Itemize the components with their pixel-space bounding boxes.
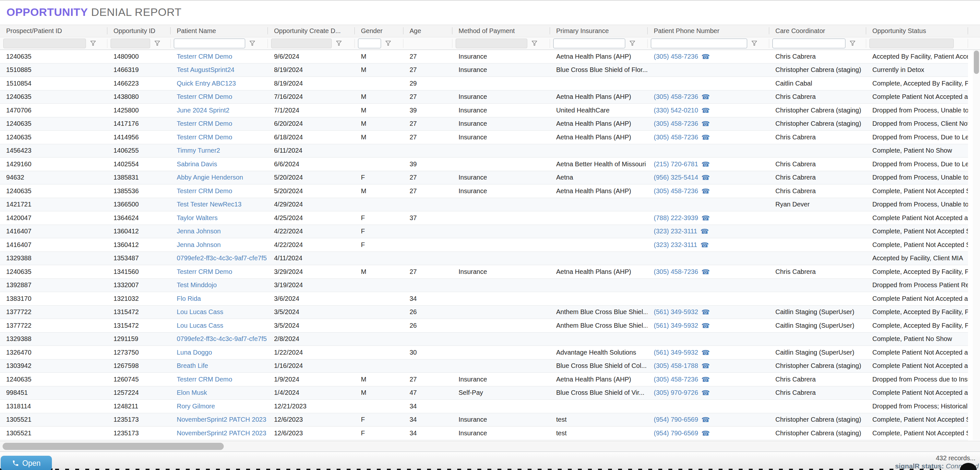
- horizontal-scrollbar[interactable]: [0, 441, 980, 452]
- patient-name-link[interactable]: Flo Rida: [177, 295, 201, 302]
- filter-menu-button-primary-insurance[interactable]: [630, 41, 635, 46]
- patient-name-link[interactable]: NovemberSprint2 PATCH 2023: [177, 429, 266, 437]
- table-row[interactable]: 14164071360412Jenna Johnson4/22/2024F(32…: [0, 225, 968, 238]
- table-row[interactable]: 12406351385536Testerr CRM Demo5/20/2024M…: [0, 184, 968, 198]
- phone-icon[interactable]: ☎: [702, 389, 710, 396]
- patient-name-link[interactable]: Testerr CRM Demo: [177, 133, 232, 141]
- patient-phone-link[interactable]: (305) 458-1788: [654, 362, 698, 370]
- patient-phone-link[interactable]: (323) 232-3111: [654, 241, 697, 249]
- patient-phone-link[interactable]: (561) 349-5932: [654, 308, 698, 316]
- table-row[interactable]: 132938813534870799efe2-ff3c-4c3c-9af7-cf…: [0, 252, 968, 265]
- table-row[interactable]: 9984511257224Elon Musk1/4/2024M47Self-Pa…: [0, 386, 968, 400]
- phone-icon[interactable]: ☎: [702, 416, 710, 423]
- patient-phone-link[interactable]: (305) 970-9726: [654, 389, 698, 397]
- filter-input-care-coordinator[interactable]: [772, 38, 845, 48]
- table-row[interactable]: 13039421267598Breath Life1/16/2024Blue C…: [0, 359, 968, 373]
- column-header-opportunity-id[interactable]: Opportunity ID: [107, 25, 170, 37]
- column-header-create-date[interactable]: Opportunity Create D...: [268, 25, 355, 37]
- table-row[interactable]: 13181141248211Rory Gilmore12/21/202334Dr…: [0, 400, 968, 413]
- table-row[interactable]: 13055211235173NovemberSprint2 PATCH 2023…: [0, 427, 968, 440]
- phone-icon[interactable]: ☎: [702, 188, 710, 194]
- patient-name-link[interactable]: Test Minddojo: [177, 281, 216, 289]
- patient-name-link[interactable]: Testerr CRM Demo: [177, 187, 232, 195]
- table-row[interactable]: 12406351414956Testerr CRM Demo6/18/2024M…: [0, 131, 968, 144]
- table-row[interactable]: 13831701321032Flo Rida3/6/202434Complete…: [0, 292, 968, 306]
- patient-name-link[interactable]: Jenna Johnson: [177, 241, 221, 249]
- patient-phone-link[interactable]: (305) 458-7236: [654, 93, 698, 100]
- patient-name-link[interactable]: Luna Doggo: [177, 349, 212, 356]
- phone-icon[interactable]: ☎: [702, 376, 710, 383]
- patient-phone-link[interactable]: (330) 542-0210: [654, 106, 698, 114]
- table-row[interactable]: 14164071360412Jenna Johnson4/22/2024F(32…: [0, 238, 968, 252]
- vertical-scrollbar[interactable]: [973, 50, 980, 440]
- column-header-method-of-payment[interactable]: Method of Payment: [452, 25, 550, 37]
- filter-input-gender[interactable]: [358, 38, 381, 48]
- phone-icon[interactable]: ☎: [702, 161, 710, 168]
- filter-input-primary-insurance[interactable]: [553, 38, 625, 48]
- phone-icon[interactable]: ☎: [702, 349, 710, 356]
- column-header-age[interactable]: Age: [403, 25, 452, 37]
- patient-name-link[interactable]: June 2024 Sprint2: [177, 106, 229, 114]
- table-row[interactable]: 14291601402554Sabrina Davis6/6/202439Aet…: [0, 157, 968, 171]
- table-row[interactable]: 12406351417176Testerr CRM Demo6/20/2024M…: [0, 118, 968, 131]
- table-row[interactable]: 13928871332007Test Minddojo3/19/2024Drop…: [0, 279, 968, 292]
- patient-phone-link[interactable]: (954) 790-6569: [654, 416, 698, 423]
- filter-menu-button-patient-name[interactable]: [250, 41, 255, 46]
- table-row[interactable]: 946321385831Abby Angie Henderson5/20/202…: [0, 171, 968, 185]
- patient-phone-link[interactable]: (788) 222-3939: [654, 214, 698, 222]
- phone-icon[interactable]: ☎: [702, 322, 710, 329]
- patient-name-link[interactable]: Testerr CRM Demo: [177, 120, 232, 127]
- phone-icon[interactable]: ☎: [702, 120, 710, 127]
- patient-name-link[interactable]: Quick Entry ABC123: [177, 80, 236, 87]
- phone-icon[interactable]: ☎: [702, 214, 710, 221]
- table-row[interactable]: 15108541466223Quick Entry ABC1238/19/202…: [0, 77, 968, 91]
- filter-menu-button-create-date[interactable]: [336, 41, 342, 46]
- patient-name-link[interactable]: Testerr CRM Demo: [177, 93, 232, 100]
- phone-icon[interactable]: ☎: [702, 93, 710, 100]
- column-header-prospect-id[interactable]: Prospect/Patient ID: [0, 25, 107, 37]
- patient-phone-link[interactable]: (305) 458-7236: [654, 268, 698, 276]
- table-row[interactable]: 13777221315472Lou Lucas Cass3/5/202426An…: [0, 319, 968, 333]
- filter-menu-button-opportunity-id[interactable]: [154, 41, 160, 46]
- phone-icon[interactable]: ☎: [700, 241, 709, 248]
- column-header-status[interactable]: Opportunity Status: [866, 25, 968, 37]
- table-row[interactable]: 132938812911590799efe2-ff3c-4c3c-9af7-cf…: [0, 333, 968, 346]
- patient-name-link[interactable]: Lou Lucas Cass: [177, 308, 223, 316]
- filter-input-phone[interactable]: [651, 38, 747, 48]
- table-row[interactable]: 14217211366500Test Tester NewRec134/29/2…: [0, 198, 968, 212]
- patient-phone-link[interactable]: (305) 458-7236: [654, 133, 698, 141]
- patient-phone-link[interactable]: (954) 790-6569: [654, 429, 698, 437]
- table-row[interactable]: 13264701273750Luna Doggo1/22/202430Advan…: [0, 346, 968, 359]
- column-header-gender[interactable]: Gender: [355, 25, 403, 37]
- table-row[interactable]: 14200471364624Taylor Walters4/25/2024F37…: [0, 211, 968, 225]
- table-row[interactable]: 14564231406255Timmy Turner26/11/2024Comp…: [0, 144, 968, 158]
- patient-phone-link[interactable]: (305) 458-7236: [654, 120, 698, 127]
- phone-icon[interactable]: ☎: [702, 362, 710, 369]
- patient-name-link[interactable]: Elon Musk: [177, 389, 207, 397]
- table-row[interactable]: 13055211235173NovemberSprint2 PATCH 2023…: [0, 413, 968, 427]
- patient-phone-link[interactable]: (305) 458-7236: [654, 53, 698, 60]
- table-row[interactable]: 13777221315472Lou Lucas Cass3/5/202426An…: [0, 306, 968, 319]
- open-call-button[interactable]: Open: [1, 456, 52, 470]
- table-row[interactable]: 15108851466319Test AugustSprint248/19/20…: [0, 64, 968, 77]
- horizontal-scrollbar-thumb[interactable]: [3, 443, 224, 450]
- patient-name-link[interactable]: Timmy Turner2: [177, 147, 220, 154]
- phone-icon[interactable]: ☎: [702, 53, 710, 60]
- filter-menu-button-method-of-payment[interactable]: [531, 41, 537, 46]
- patient-name-link[interactable]: Test AugustSprint24: [177, 66, 234, 73]
- patient-name-link[interactable]: Abby Angie Henderson: [177, 174, 243, 181]
- filter-menu-button-phone[interactable]: [751, 41, 757, 46]
- patient-name-link[interactable]: Sabrina Davis: [177, 160, 217, 168]
- filter-menu-button-prospect-id[interactable]: [90, 41, 96, 46]
- phone-icon[interactable]: ☎: [702, 174, 710, 181]
- patient-phone-link[interactable]: (561) 349-5932: [654, 349, 698, 356]
- filter-menu-button-gender[interactable]: [385, 41, 391, 46]
- patient-name-link[interactable]: Lou Lucas Cass: [177, 322, 223, 329]
- vertical-scrollbar-thumb[interactable]: [974, 51, 979, 74]
- phone-icon[interactable]: ☎: [702, 430, 710, 437]
- patient-name-link[interactable]: 0799efe2-ff3c-4c3c-9af7-cfe7f5: [177, 335, 267, 343]
- patient-name-link[interactable]: Jenna Johnson: [177, 227, 221, 235]
- filter-menu-button-care-coordinator[interactable]: [850, 41, 856, 46]
- patient-name-link[interactable]: Testerr CRM Demo: [177, 53, 232, 60]
- table-row[interactable]: 12406351480900Testerr CRM Demo9/6/2024M2…: [0, 50, 968, 64]
